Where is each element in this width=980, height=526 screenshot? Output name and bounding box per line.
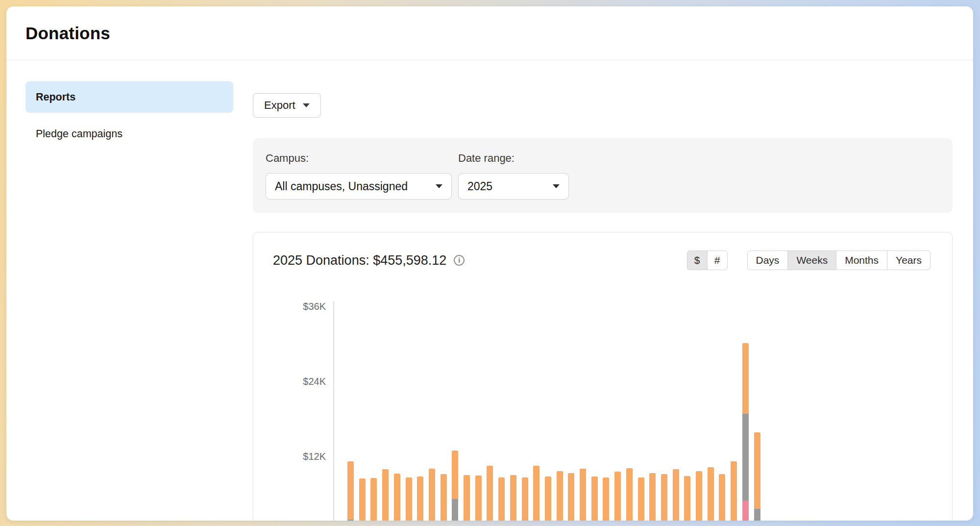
sidebar-item-label: Pledge campaigns — [36, 128, 122, 140]
bar-week-4[interactable] — [382, 469, 389, 521]
bar-week-1[interactable] — [347, 461, 354, 521]
bar-segment-gray — [742, 414, 749, 501]
bar-week-26[interactable] — [638, 477, 644, 521]
unit-toggle-group: $# — [687, 250, 728, 270]
bar-week-29[interactable] — [673, 469, 679, 521]
page-header: Donations — [6, 6, 973, 60]
bar-segment-orange — [347, 461, 354, 520]
y-axis-tick-36k: $36K — [253, 300, 326, 313]
date-range-filter-group: Date range: 2025 — [458, 152, 569, 213]
unit-toggle-dollar[interactable]: $ — [687, 250, 708, 270]
page-title: Donations — [25, 24, 110, 43]
bar-segment-orange — [708, 467, 714, 521]
bar-segment-orange — [614, 472, 621, 521]
bar-segment-orange — [487, 466, 493, 521]
range-tab-months[interactable]: Months — [836, 250, 887, 270]
bar-week-22[interactable] — [591, 476, 598, 521]
bar-week-13[interactable] — [487, 466, 493, 521]
chevron-down-icon — [553, 184, 560, 188]
bar-segment-orange — [754, 432, 760, 509]
bar-week-8[interactable] — [429, 469, 435, 521]
bar-week-11[interactable] — [464, 475, 470, 521]
filter-panel: Campus: All campuses, Unassigned Date ra… — [253, 138, 953, 213]
bar-week-28[interactable] — [661, 474, 667, 521]
bar-week-36[interactable] — [754, 432, 760, 521]
bar-week-25[interactable] — [626, 468, 633, 521]
range-tab-days[interactable]: Days — [747, 250, 788, 270]
bar-week-20[interactable] — [568, 473, 574, 521]
chart-title: 2025 Donations: $455,598.12 i — [273, 253, 465, 268]
unit-toggle-count[interactable]: # — [707, 250, 728, 270]
main-panel: Export Campus: All campuses, Unassigned … — [253, 81, 953, 521]
bar-segment-orange — [580, 469, 586, 521]
bar-week-17[interactable] — [533, 466, 539, 521]
bar-segment-gray — [347, 520, 354, 521]
bar-segment-orange — [649, 473, 656, 521]
date-range-select[interactable]: 2025 — [458, 173, 569, 200]
y-axis-tick-12k: $12K — [253, 450, 326, 463]
bar-segment-orange — [719, 474, 725, 521]
bar-segment-pink — [742, 501, 749, 521]
export-button[interactable]: Export — [253, 93, 321, 118]
bar-week-27[interactable] — [649, 473, 656, 521]
bar-segment-orange — [475, 476, 482, 521]
bar-week-10[interactable] — [452, 451, 458, 521]
bar-week-35[interactable] — [742, 343, 749, 521]
export-button-label: Export — [264, 99, 295, 112]
bar-week-12[interactable] — [475, 476, 482, 521]
bar-week-3[interactable] — [370, 478, 377, 521]
bar-week-7[interactable] — [417, 476, 423, 521]
range-tab-weeks[interactable]: Weeks — [787, 250, 836, 270]
donations-window: Donations ReportsPledge campaigns Export… — [6, 6, 973, 521]
bar-segment-orange — [742, 343, 749, 414]
bar-segment-orange — [406, 477, 412, 521]
bar-segment-orange — [603, 477, 609, 521]
chevron-down-icon — [303, 103, 310, 107]
bar-segment-orange — [510, 475, 516, 521]
bar-segment-orange — [498, 477, 505, 521]
bar-week-30[interactable] — [684, 476, 690, 521]
bar-week-5[interactable] — [394, 474, 400, 521]
bar-segment-orange — [638, 477, 644, 521]
bar-week-19[interactable] — [557, 471, 563, 521]
bar-segment-orange — [441, 474, 447, 521]
bar-segment-orange — [429, 469, 435, 521]
bar-week-31[interactable] — [696, 471, 702, 521]
bar-week-14[interactable] — [498, 477, 505, 521]
bar-week-21[interactable] — [580, 469, 586, 521]
bar-week-16[interactable] — [522, 477, 528, 521]
campus-select[interactable]: All campuses, Unassigned — [266, 173, 452, 200]
bar-segment-orange — [545, 476, 551, 521]
bar-week-6[interactable] — [406, 477, 412, 521]
bar-week-23[interactable] — [603, 477, 609, 521]
bar-segment-orange — [696, 471, 702, 521]
bar-segment-gray — [754, 509, 760, 521]
chart-title-text: 2025 Donations: $455,598.12 — [273, 253, 446, 268]
bar-segment-orange — [522, 477, 528, 521]
toolbar: Export — [253, 93, 953, 118]
range-tab-years[interactable]: Years — [887, 250, 931, 270]
bar-week-32[interactable] — [708, 467, 714, 521]
sidebar-item-pledge-campaigns[interactable]: Pledge campaigns — [25, 118, 233, 150]
campus-filter-label: Campus: — [266, 152, 452, 165]
bar-segment-orange — [568, 473, 574, 521]
donations-chart-card: 2025 Donations: $455,598.12 i $# DaysWee… — [253, 232, 953, 521]
campus-select-value: All campuses, Unassigned — [275, 180, 408, 193]
bar-week-9[interactable] — [441, 474, 447, 521]
info-icon[interactable]: i — [454, 255, 465, 266]
bar-segment-orange — [417, 476, 423, 521]
bar-week-34[interactable] — [731, 461, 737, 521]
bar-week-18[interactable] — [545, 476, 551, 521]
bar-segment-orange — [382, 469, 389, 521]
sidebar-nav: ReportsPledge campaigns — [25, 81, 233, 521]
sidebar-item-reports[interactable]: Reports — [25, 81, 233, 113]
y-axis-tick-24k: $24K — [253, 375, 326, 388]
donations-chart: $12K$24K$36K — [253, 294, 952, 521]
bar-week-15[interactable] — [510, 475, 516, 521]
chart-controls: $# DaysWeeksMonthsYears — [687, 250, 931, 270]
bar-week-24[interactable] — [614, 472, 621, 521]
bar-segment-orange — [359, 478, 366, 521]
bar-segment-orange — [661, 474, 667, 521]
bar-week-2[interactable] — [359, 478, 366, 521]
bar-week-33[interactable] — [719, 474, 725, 521]
